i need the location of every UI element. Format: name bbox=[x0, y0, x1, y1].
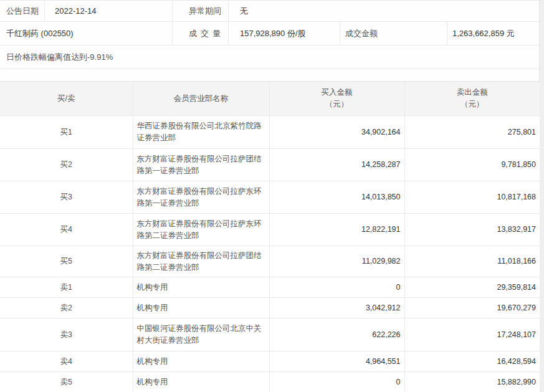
side-cell: 卖3 bbox=[0, 318, 133, 351]
turnover-label: 成交金额 bbox=[340, 22, 447, 45]
side-cell: 买5 bbox=[0, 246, 133, 277]
buy-amount-cell: 12,822,191 bbox=[269, 214, 404, 246]
col-header-buy-amount: 买入金额 （元） bbox=[269, 82, 404, 116]
buy-amount-cell: 4,964,551 bbox=[269, 351, 404, 372]
side-cell: 买4 bbox=[0, 214, 133, 246]
buy-amount-cell: 0 bbox=[269, 277, 404, 298]
buy-amount-cell: 11,029,982 bbox=[269, 246, 404, 277]
branch-cell: 机构专用 bbox=[133, 277, 269, 298]
sell-amount-cell: 9,781,850 bbox=[404, 149, 540, 181]
table-row-buy1: 买1 华西证券股份有限公司北京紫竹院路证券营业部 34,902,164 275,… bbox=[0, 116, 540, 149]
table-row-sell3: 卖3 中国银河证券股份有限公司北京中关村大街证券营业部 622,226 17,2… bbox=[0, 318, 540, 351]
volume-value: 157,928,890 份/股 bbox=[229, 22, 340, 45]
branch-cell: 机构专用 bbox=[133, 298, 269, 318]
sell-amount-cell: 15,882,990 bbox=[404, 372, 540, 392]
side-cell: 卖4 bbox=[0, 351, 133, 372]
table-row-sell2: 卖2 机构专用 3,042,912 19,670,279 bbox=[0, 298, 540, 318]
col-header-side: 买/卖 bbox=[0, 82, 133, 116]
sell-amount-cell: 13,832,917 bbox=[404, 214, 540, 246]
buy-amount-cell: 0 bbox=[269, 372, 404, 392]
buy-amount-cell: 14,013,850 bbox=[269, 181, 404, 214]
sell-amount-header-line2: （元） bbox=[405, 98, 540, 110]
side-cell: 卖1 bbox=[0, 277, 133, 298]
sell-amount-cell: 16,428,594 bbox=[404, 351, 540, 372]
table-row-sell5: 卖5 机构专用 0 15,882,990 bbox=[0, 372, 540, 392]
sell-amount-header-line1: 卖出金额 bbox=[405, 87, 540, 98]
broker-branch-table: 买/卖 会员营业部名称 买入金额 （元） 卖出金额 （元） 买1 华西证券股份有… bbox=[0, 81, 540, 392]
branch-cell: 东方财富证券股份有限公司拉萨东环路第一证券营业部 bbox=[133, 181, 269, 214]
branch-cell: 东方财富证券股份有限公司拉萨团结路第一证券营业部 bbox=[133, 149, 269, 181]
sell-amount-cell: 19,670,279 bbox=[404, 298, 540, 318]
announce-date-label: 公告日期 bbox=[0, 1, 45, 21]
stock-name: 千红制药 (002550) bbox=[0, 22, 173, 45]
section-gap bbox=[0, 69, 539, 81]
turnover-value: 1,263,662,859 元 bbox=[447, 22, 539, 45]
table-row-buy3: 买3 东方财富证券股份有限公司拉萨东环路第一证券营业部 14,013,850 1… bbox=[0, 181, 540, 214]
table-row-buy2: 买2 东方财富证券股份有限公司拉萨团结路第一证券营业部 14,258,287 9… bbox=[0, 149, 540, 181]
info-row-announce: 公告日期 2022-12-14 异常期间 无 bbox=[0, 1, 539, 22]
branch-cell: 东方财富证券股份有限公司拉萨东环路第二证券营业部 bbox=[133, 214, 269, 246]
sell-amount-cell: 29,359,814 bbox=[404, 277, 540, 298]
branch-cell: 机构专用 bbox=[133, 372, 269, 392]
side-cell: 卖5 bbox=[0, 372, 133, 392]
info-row-stock: 千红制药 (002550) 成交量 157,928,890 份/股 成交金额 1… bbox=[0, 22, 539, 45]
sell-amount-cell: 275,801 bbox=[404, 116, 540, 149]
announce-date-value: 2022-12-14 bbox=[45, 1, 173, 21]
side-cell: 买1 bbox=[0, 116, 133, 149]
lhb-panel: 公告日期 2022-12-14 异常期间 无 千红制药 (002550) 成交量… bbox=[0, 0, 540, 392]
branch-cell: 东方财富证券股份有限公司拉萨团结路第二证券营业部 bbox=[133, 246, 269, 277]
buy-amount-cell: 34,902,164 bbox=[269, 116, 404, 149]
volume-label: 成交量 bbox=[173, 22, 229, 45]
col-header-sell-amount: 卖出金额 （元） bbox=[404, 82, 540, 116]
abnormal-period-label: 异常期间 bbox=[173, 1, 229, 21]
sell-amount-cell: 11,018,166 bbox=[404, 246, 540, 277]
table-row-sell4: 卖4 机构专用 4,964,551 16,428,594 bbox=[0, 351, 540, 372]
buy-amount-cell: 622,226 bbox=[269, 318, 404, 351]
sell-amount-cell: 10,817,168 bbox=[404, 181, 540, 214]
buy-amount-header-line1: 买入金额 bbox=[270, 87, 404, 98]
abnormal-period-value: 无 bbox=[229, 1, 539, 21]
branch-cell: 华西证券股份有限公司北京紫竹院路证券营业部 bbox=[133, 116, 269, 149]
col-header-branch: 会员营业部名称 bbox=[133, 82, 269, 116]
branch-cell: 机构专用 bbox=[133, 351, 269, 372]
buy-amount-cell: 14,258,287 bbox=[269, 149, 404, 181]
stock-info-section: 公告日期 2022-12-14 异常期间 无 千红制药 (002550) 成交量… bbox=[0, 0, 539, 69]
abnormal-reason-text: 日价格跌幅偏离值达到-9.91% bbox=[0, 45, 539, 69]
table-header-row: 买/卖 会员营业部名称 买入金额 （元） 卖出金额 （元） bbox=[0, 82, 540, 116]
buy-amount-header-line2: （元） bbox=[270, 98, 404, 110]
sell-amount-cell: 17,248,107 bbox=[404, 318, 540, 351]
table-row-sell1: 卖1 机构专用 0 29,359,814 bbox=[0, 277, 540, 298]
branch-cell: 中国银河证券股份有限公司北京中关村大街证券营业部 bbox=[133, 318, 269, 351]
side-cell: 买3 bbox=[0, 181, 133, 214]
table-row-buy5: 买5 东方财富证券股份有限公司拉萨团结路第二证券营业部 11,029,982 1… bbox=[0, 246, 540, 277]
table-row-buy4: 买4 东方财富证券股份有限公司拉萨东环路第二证券营业部 12,822,191 1… bbox=[0, 214, 540, 246]
buy-amount-cell: 3,042,912 bbox=[269, 298, 404, 318]
side-cell: 买2 bbox=[0, 149, 133, 181]
side-cell: 卖2 bbox=[0, 298, 133, 318]
info-row-reason: 日价格跌幅偏离值达到-9.91% bbox=[0, 45, 539, 69]
